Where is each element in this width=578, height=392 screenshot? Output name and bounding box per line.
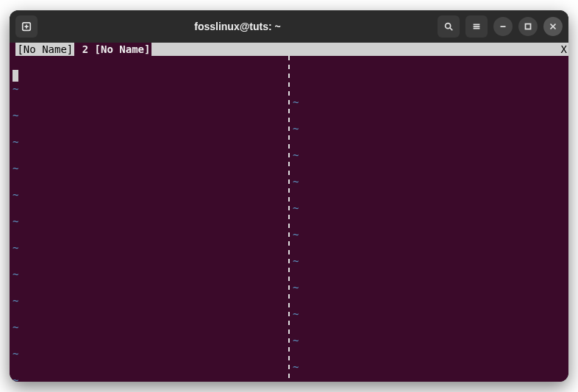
- svg-point-3: [446, 24, 451, 29]
- terminal-window: fosslinux@tuts: ~ [No Name] 2 [No N: [10, 10, 568, 382]
- vim-tab-2[interactable]: 2 [No Name]: [81, 43, 152, 56]
- tilde-line: ~: [293, 360, 565, 374]
- tilde-line: ~: [293, 202, 565, 215]
- tilde-line: ~: [13, 188, 285, 202]
- new-tab-button[interactable]: [15, 15, 38, 38]
- svg-rect-9: [526, 24, 531, 29]
- terminal-content[interactable]: [No Name] 2 [No Name] X ~ ~ ~ ~ ~ ~ ~ ~ …: [10, 43, 568, 382]
- vim-pane-right[interactable]: ~ ~ ~ ~ ~ ~ ~ ~ ~ ~ ~ ~ ~ ~ ~ ~ ~ ~ ~ ~: [290, 56, 568, 382]
- tilde-line: ~: [293, 175, 565, 188]
- close-button[interactable]: [543, 17, 563, 36]
- empty-line: [293, 69, 565, 82]
- vim-tabline: [No Name] 2 [No Name] X: [10, 43, 568, 56]
- tilde-line: ~: [13, 321, 285, 334]
- menu-button[interactable]: [465, 15, 488, 38]
- tilde-line: ~: [293, 149, 565, 162]
- tab-2-name: [No Name]: [95, 43, 151, 55]
- tilde-line: ~: [13, 374, 285, 382]
- tilde-line: ~: [293, 228, 565, 241]
- window-title: fosslinux@tuts: ~: [43, 21, 432, 32]
- vim-editor-area: ~ ~ ~ ~ ~ ~ ~ ~ ~ ~ ~ ~ ~ ~ ~ ~ ~ ~ ~ ~ …: [10, 56, 568, 382]
- tilde-line: ~: [13, 294, 285, 307]
- titlebar: fosslinux@tuts: ~: [10, 10, 568, 43]
- tabline-fill: [151, 43, 559, 56]
- tilde-line: ~: [293, 96, 565, 109]
- vim-tab-close[interactable]: X: [560, 43, 568, 56]
- tilde-line: ~: [13, 347, 285, 360]
- tilde-line: ~: [13, 241, 285, 254]
- svg-line-4: [450, 28, 453, 31]
- tilde-line: ~: [13, 135, 285, 149]
- search-button[interactable]: [438, 15, 460, 38]
- maximize-button[interactable]: [518, 17, 538, 36]
- tilde-line: ~: [293, 281, 565, 294]
- tilde-line: ~: [293, 122, 565, 135]
- tilde-line: ~: [13, 109, 285, 122]
- pane-left-content: ~ ~ ~ ~ ~ ~ ~ ~ ~ ~ ~ ~ ~ ~ ~ ~ ~ ~ ~ ~: [10, 56, 288, 382]
- tab-spacer: [10, 43, 15, 56]
- minimize-button[interactable]: [493, 17, 513, 36]
- tilde-line: ~: [293, 307, 565, 321]
- tilde-line: ~: [13, 82, 285, 96]
- pane-right-content: ~ ~ ~ ~ ~ ~ ~ ~ ~ ~ ~ ~ ~ ~ ~ ~ ~ ~ ~ ~: [290, 56, 568, 382]
- tilde-line: ~: [293, 334, 565, 347]
- tilde-line: ~: [13, 162, 285, 175]
- tilde-line: ~: [13, 268, 285, 281]
- tilde-line: ~: [293, 254, 565, 268]
- vim-pane-left[interactable]: ~ ~ ~ ~ ~ ~ ~ ~ ~ ~ ~ ~ ~ ~ ~ ~ ~ ~ ~ ~: [10, 56, 288, 382]
- tilde-line: ~: [13, 215, 285, 228]
- cursor: [13, 70, 18, 82]
- vim-tab-1[interactable]: [No Name]: [15, 43, 74, 56]
- tab-2-count: 2: [82, 43, 88, 55]
- tab-gap: [74, 43, 80, 56]
